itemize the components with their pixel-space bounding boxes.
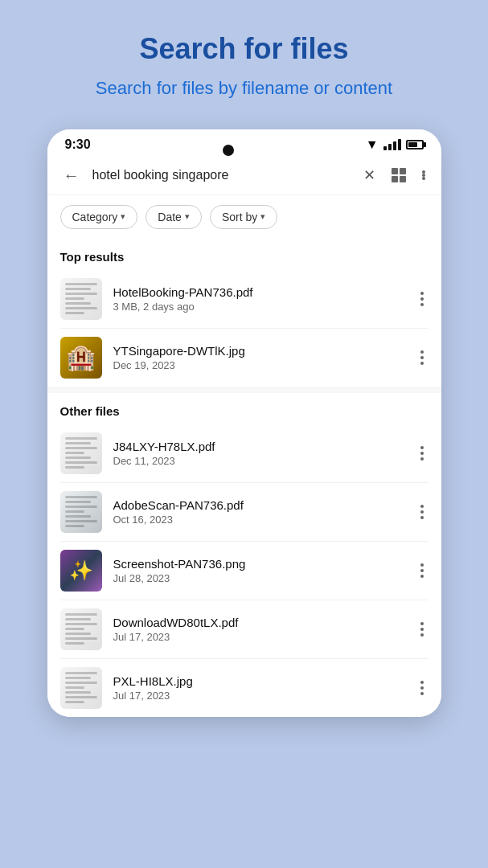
other-files-section: Other files J84LXY-H78LX.pdf Dec 11, 202… xyxy=(47,393,441,717)
file-more-button[interactable] xyxy=(416,443,429,464)
battery-icon xyxy=(406,140,424,149)
sort-chevron-icon: ▾ xyxy=(260,211,265,222)
signal-bar-3 xyxy=(393,141,396,150)
file-meta: Oct 16, 2023 xyxy=(113,514,404,526)
sort-filter[interactable]: Sort by ▾ xyxy=(210,205,277,229)
file-thumbnail xyxy=(60,491,102,533)
status-icons: ▼ xyxy=(366,137,424,152)
file-thumbnail xyxy=(60,608,102,650)
file-more-button[interactable] xyxy=(416,289,429,309)
date-chevron-icon: ▾ xyxy=(185,211,190,222)
file-meta: Dec 19, 2023 xyxy=(113,359,404,371)
other-files-title: Other files xyxy=(47,393,441,424)
category-chevron-icon: ▾ xyxy=(121,211,125,222)
file-meta: Dec 11, 2023 xyxy=(113,455,404,467)
file-name: Screenshot-PAN736.png xyxy=(113,557,404,571)
list-item[interactable]: DownloadWD80tLX.pdf Jul 17, 2023 xyxy=(47,600,441,658)
file-more-button[interactable] xyxy=(416,502,429,522)
page-title: Search for files xyxy=(96,32,392,66)
file-info: DownloadWD80tLX.pdf Jul 17, 2023 xyxy=(113,616,404,643)
list-item[interactable]: PXL-HI8LX.jpg Jul 17, 2023 xyxy=(47,659,441,717)
search-bar: ← hotel booking singapore ✕ xyxy=(47,157,441,195)
file-meta: 3 MB, 2 days ago xyxy=(113,301,404,313)
signal-bar-2 xyxy=(388,144,392,150)
file-name: HotelBooking-PAN736.pdf xyxy=(113,285,404,299)
camera-dot xyxy=(223,145,234,156)
signal-bar-1 xyxy=(383,146,387,150)
status-time: 9:30 xyxy=(65,137,91,152)
thumb-lines xyxy=(60,608,102,649)
top-results-section: Top results HotelBooking-PAN736.pdf 3 MB… xyxy=(47,239,441,387)
list-item[interactable]: AdobeScan-PAN736.pdf Oct 16, 2023 xyxy=(47,483,441,541)
page-header: Search for files Search for files by fil… xyxy=(64,0,424,117)
file-more-button[interactable] xyxy=(416,619,429,640)
stars-icon: ✨ xyxy=(69,559,93,582)
thumb-lines xyxy=(60,491,102,532)
file-name: YTSingapore-DWTlK.jpg xyxy=(113,344,404,358)
filter-bar: Category ▾ Date ▾ Sort by ▾ xyxy=(47,195,441,239)
grid-icon xyxy=(392,168,406,182)
file-thumbnail xyxy=(60,432,102,474)
file-info: PXL-HI8LX.jpg Jul 17, 2023 xyxy=(113,674,404,702)
category-filter[interactable]: Category ▾ xyxy=(60,205,138,229)
hotel-icon: 🏨 xyxy=(66,343,96,371)
signal-bars xyxy=(383,139,401,150)
file-meta: Jul 28, 2023 xyxy=(113,572,404,584)
battery-fill xyxy=(408,142,417,147)
file-info: YTSingapore-DWTlK.jpg Dec 19, 2023 xyxy=(113,344,404,371)
sort-label: Sort by xyxy=(222,211,257,223)
thumb-lines xyxy=(60,667,102,708)
search-back-button[interactable]: ← xyxy=(60,163,83,188)
date-label: Date xyxy=(158,211,182,223)
section-divider xyxy=(47,387,441,393)
status-bar: 9:30 ▼ xyxy=(47,129,441,157)
file-name: AdobeScan-PAN736.pdf xyxy=(113,498,404,512)
file-info: HotelBooking-PAN736.pdf 3 MB, 2 days ago xyxy=(113,285,404,313)
file-info: AdobeScan-PAN736.pdf Oct 16, 2023 xyxy=(113,498,404,526)
file-name: PXL-HI8LX.jpg xyxy=(113,674,404,688)
signal-bar-4 xyxy=(398,139,401,150)
grid-view-button[interactable] xyxy=(388,165,409,186)
file-thumbnail xyxy=(60,667,102,709)
thumb-lines xyxy=(60,278,102,319)
file-meta: Jul 17, 2023 xyxy=(113,631,404,643)
list-item[interactable]: J84LXY-H78LX.pdf Dec 11, 2023 xyxy=(47,424,441,482)
file-info: Screenshot-PAN736.png Jul 28, 2023 xyxy=(113,557,404,584)
phone-frame: 9:30 ▼ ← hotel booking singapore ✕ xyxy=(47,129,441,717)
list-item[interactable]: ✨ Screenshot-PAN736.png Jul 28, 2023 xyxy=(47,542,441,600)
more-options-button[interactable] xyxy=(419,167,429,183)
date-filter[interactable]: Date ▾ xyxy=(146,205,202,229)
file-more-button[interactable] xyxy=(416,678,429,698)
file-name: J84LXY-H78LX.pdf xyxy=(113,440,404,453)
file-thumbnail xyxy=(60,278,102,320)
search-clear-button[interactable]: ✕ xyxy=(360,163,379,187)
file-name: DownloadWD80tLX.pdf xyxy=(113,616,404,629)
category-label: Category xyxy=(72,211,118,223)
page-subtitle: Search for files by filename or content xyxy=(96,77,392,100)
search-query[interactable]: hotel booking singapore xyxy=(92,168,351,182)
file-meta: Jul 17, 2023 xyxy=(113,690,404,702)
list-item[interactable]: HotelBooking-PAN736.pdf 3 MB, 2 days ago xyxy=(47,270,441,328)
thumb-lines xyxy=(60,432,102,473)
list-item[interactable]: 🏨 YTSingapore-DWTlK.jpg Dec 19, 2023 xyxy=(47,329,441,387)
top-results-title: Top results xyxy=(47,239,441,270)
file-more-button[interactable] xyxy=(416,560,429,581)
file-info: J84LXY-H78LX.pdf Dec 11, 2023 xyxy=(113,440,404,467)
file-thumbnail: 🏨 xyxy=(60,337,102,379)
file-more-button[interactable] xyxy=(416,347,429,368)
wifi-icon: ▼ xyxy=(366,137,379,152)
file-thumbnail: ✨ xyxy=(60,550,102,592)
